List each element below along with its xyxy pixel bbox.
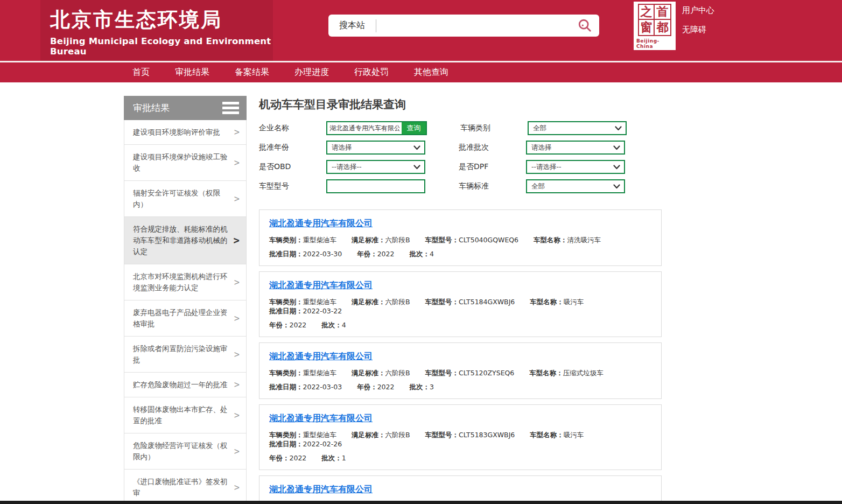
sidebar-item[interactable]: 拆除或者闲置防治污染设施审批> xyxy=(124,337,246,373)
sidebar-item[interactable]: 建设项目环境保护设施竣工验收> xyxy=(124,145,246,181)
dpf-label: 是否DPF xyxy=(459,162,526,172)
sidebar-item-label: 北京市对环境监测机构进行环境监测业务能力认定 xyxy=(133,271,230,293)
chevron-right-icon: > xyxy=(234,313,240,324)
detail-pair: 满足标准：六阶段B xyxy=(352,368,410,377)
detail-value: 2022 xyxy=(290,321,307,329)
site-search: 搜本站 xyxy=(328,15,599,37)
logo-char: 都 xyxy=(655,20,670,35)
chevron-right-icon: > xyxy=(234,410,240,421)
sidebar-item[interactable]: 建设项目环境影响评价审批> xyxy=(124,120,246,145)
chevron-down-icon xyxy=(413,145,420,150)
vehicle-standard-label: 车辆标准 xyxy=(459,181,526,191)
vehicle-category-value: 全部 xyxy=(533,124,546,133)
company-name-input[interactable] xyxy=(327,122,402,134)
logo-char: 窗 xyxy=(639,20,655,35)
dpf-select[interactable]: --请选择-- xyxy=(526,160,625,174)
detail-value: 重型柴油车 xyxy=(303,298,337,306)
detail-label: 车型名称： xyxy=(530,431,564,439)
nav-item-filing-results[interactable]: 备案结果 xyxy=(235,67,269,78)
result-detail-line: 批准日期：2022-03-03年份：2022批次：3 xyxy=(269,382,651,391)
detail-label: 批准日期： xyxy=(269,307,303,315)
site-logo-block: 北京市生态环境局 Beijing Municipal Ecology and E… xyxy=(40,0,273,61)
detail-label: 车型名称： xyxy=(530,298,564,306)
detail-label: 批次： xyxy=(409,383,430,391)
chevron-down-icon xyxy=(615,126,622,131)
detail-value: 1 xyxy=(342,454,346,462)
capital-window-grid: 之 首 窗 都 xyxy=(638,4,671,36)
sidebar-item[interactable]: 符合规定排放、耗能标准的机动车车型和非道路移动机械的认定> xyxy=(124,217,246,264)
vehicle-standard-select[interactable]: 全部 xyxy=(526,179,625,193)
detail-pair: 车型名称：清洗吸污车 xyxy=(534,235,601,244)
company-link[interactable]: 湖北盈通专用汽车有限公司 xyxy=(269,218,373,229)
detail-label: 满足标准： xyxy=(352,236,385,244)
nav-item-home[interactable]: 首页 xyxy=(132,67,150,78)
sidebar-item-label: 《进口废物批准证书》签发初审 xyxy=(133,476,230,499)
detail-value: 六阶段B xyxy=(385,298,410,306)
sidebar-item[interactable]: 贮存危险废物超过一年的批准> xyxy=(124,373,246,397)
model-number-input[interactable] xyxy=(326,179,425,193)
sidebar-item[interactable]: 转移固体废物出本市贮存、处置的批准> xyxy=(124,397,246,433)
detail-value: CLT5184GXWBJ6 xyxy=(459,298,515,306)
site-subtitle: Beijing Municipal Ecology and Environmen… xyxy=(50,36,273,57)
chevron-right-icon: > xyxy=(234,277,240,288)
sidebar-item[interactable]: 辐射安全许可证核发（权限内）> xyxy=(124,181,246,217)
detail-value: 2022-03-03 xyxy=(303,383,342,391)
hamburger-menu-icon[interactable] xyxy=(222,100,239,116)
main-nav: 首页审批结果备案结果办理进度行政处罚其他查询 xyxy=(0,62,842,82)
company-link[interactable]: 湖北盈通专用汽车有限公司 xyxy=(269,484,373,495)
approval-year-label: 批准年份 xyxy=(259,143,326,152)
result-detail-line: 车辆类别：重型柴油车满足标准：六阶段B车型型号：CLT5120ZYSEQ6车型名… xyxy=(269,368,651,377)
approval-batch-select[interactable]: 请选择 xyxy=(526,141,625,155)
result-card: 湖北盈通专用汽车有限公司车辆类别：重型柴油车满足标准：六阶段B车型型号：CLT5… xyxy=(259,404,662,470)
company-name-label: 企业名称 xyxy=(259,123,326,133)
detail-value: 2022-02-26 xyxy=(303,440,342,448)
query-form: 企业名称查询车辆类别全部批准年份请选择批准批次请选择是否OBD--请选择--是否… xyxy=(259,121,662,193)
vehicle-category-select[interactable]: 全部 xyxy=(528,121,627,135)
page-title: 机动车车型目录审批结果查询 xyxy=(259,97,662,112)
detail-pair: 车辆类别：重型柴油车 xyxy=(269,430,336,439)
detail-pair: 车辆类别：重型柴油车 xyxy=(269,297,336,306)
detail-label: 批准日期： xyxy=(269,383,303,391)
obd-select[interactable]: --请选择-- xyxy=(326,160,425,174)
sidebar-item[interactable]: 危险废物经营许可证核发（权限内）> xyxy=(124,433,246,470)
detail-pair: 满足标准：六阶段B xyxy=(352,297,410,306)
capital-window-logo[interactable]: 之 首 窗 都 Beijing-China xyxy=(634,2,676,50)
nav-item-approval-results[interactable]: 审批结果 xyxy=(175,67,209,78)
nav-item-other-queries[interactable]: 其他查询 xyxy=(414,67,448,78)
result-detail-line: 车辆类别：重型柴油车满足标准：六阶段B车型型号：CLT5184GXWBJ6车型名… xyxy=(269,297,651,316)
chevron-right-icon: > xyxy=(234,235,240,246)
company-link[interactable]: 湖北盈通专用汽车有限公司 xyxy=(269,413,373,424)
query-button[interactable]: 查询 xyxy=(402,122,426,134)
sidebar-item-label: 危险废物经营许可证核发（权限内） xyxy=(133,440,230,463)
approval-year-select[interactable]: 请选择 xyxy=(326,141,425,155)
detail-value: 3 xyxy=(430,383,434,391)
nav-item-progress[interactable]: 办理进度 xyxy=(294,67,329,78)
sidebar-title: 审批结果 xyxy=(133,102,170,114)
detail-value: 六阶段B xyxy=(385,236,410,244)
company-link[interactable]: 湖北盈通专用汽车有限公司 xyxy=(269,280,373,291)
sidebar-item[interactable]: 废弃电器电子产品处理企业资格审批> xyxy=(124,300,246,337)
detail-value: 重型柴油车 xyxy=(303,236,337,244)
site-search-input[interactable] xyxy=(376,18,574,34)
detail-value: 2022 xyxy=(377,250,395,258)
form-row: 企业名称查询车辆类别全部 xyxy=(259,121,662,135)
user-center-link[interactable]: 用户中心 xyxy=(682,5,714,16)
detail-pair: 批准日期：2022-03-03 xyxy=(269,382,342,391)
chevron-down-icon xyxy=(613,165,620,170)
accessibility-link[interactable]: 无障碍 xyxy=(682,25,706,35)
nav-item-penalties[interactable]: 行政处罚 xyxy=(354,67,389,78)
sidebar-item[interactable]: 《进口废物批准证书》签发初审> xyxy=(124,470,246,504)
sidebar-item[interactable]: 北京市对环境监测机构进行环境监测业务能力认定> xyxy=(124,264,246,300)
detail-pair: 批次：1 xyxy=(321,453,346,463)
detail-label: 车型名称： xyxy=(529,369,563,377)
detail-pair: 车型名称：压缩式垃圾车 xyxy=(529,368,604,377)
site-header: 北京市生态环境局 Beijing Municipal Ecology and E… xyxy=(0,0,842,61)
result-detail-line: 车辆类别：重型柴油车满足标准：六阶段B车型型号：CLT5040GQWEQ6车型名… xyxy=(269,235,651,244)
sidebar-header: 审批结果 xyxy=(124,96,247,120)
detail-pair: 批准日期：2022-03-22 xyxy=(269,306,342,316)
chevron-right-icon: > xyxy=(234,157,240,169)
search-button[interactable] xyxy=(574,16,596,36)
company-link[interactable]: 湖北盈通专用汽车有限公司 xyxy=(269,351,373,362)
vehicle-category-label: 车辆类别 xyxy=(460,123,528,133)
sidebar-item-label: 辐射安全许可证核发（权限内） xyxy=(133,187,230,210)
